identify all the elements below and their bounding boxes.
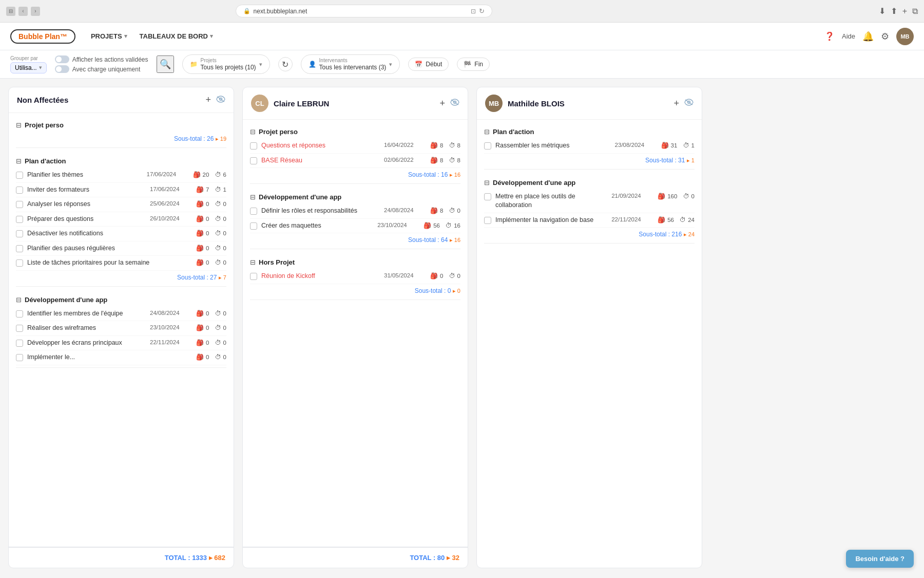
address-bar[interactable]: 🔒 next.bubbleplan.net ⊡ ↻ bbox=[236, 5, 492, 17]
task-checkbox[interactable] bbox=[250, 222, 257, 230]
task-checkbox[interactable] bbox=[484, 217, 491, 224]
task-name[interactable]: Liste de tâches prioritaires pour la sem… bbox=[27, 258, 192, 268]
task-checkbox[interactable] bbox=[250, 157, 257, 164]
column-add-claire-lebrun[interactable]: + bbox=[439, 98, 445, 109]
task-name[interactable]: Rassembler les métriques bbox=[495, 141, 611, 151]
section-toggle-icon-claire-lebrun-2: ⊟ bbox=[250, 258, 256, 266]
task-name[interactable]: Inviter des formateurs bbox=[27, 185, 146, 195]
task-checkbox[interactable] bbox=[16, 216, 23, 223]
notification-icon[interactable]: 🔔 bbox=[862, 31, 874, 42]
settings-icon[interactable]: ⚙ bbox=[881, 31, 889, 42]
task-checkbox[interactable] bbox=[16, 230, 23, 237]
nav-tableaux[interactable]: TABLEAUX DE BORD ▾ bbox=[134, 29, 218, 43]
section-header-non-affectees-1[interactable]: ⊟Plan d'action bbox=[16, 154, 226, 168]
task-checkbox[interactable] bbox=[16, 325, 23, 332]
download-button[interactable]: ⬇ bbox=[879, 6, 886, 16]
subtotal-text: Sous-total : 216 bbox=[639, 231, 682, 238]
intervenants-icon: 👤 bbox=[309, 61, 316, 68]
user-avatar[interactable]: MB bbox=[896, 28, 914, 45]
task-name[interactable]: Implémenter la navigation de base bbox=[495, 216, 607, 225]
section-header-claire-lebrun-1[interactable]: ⊟Développement d'une app bbox=[250, 190, 460, 204]
task-checkbox[interactable] bbox=[250, 142, 257, 150]
fin-filter[interactable]: 🏁 Fin bbox=[457, 58, 490, 71]
section-mathilde-blois-1: ⊟Développement d'une appMettre en place … bbox=[484, 176, 695, 244]
nav-projets[interactable]: PROJETS ▾ bbox=[86, 29, 132, 43]
task-name[interactable]: Définir les rôles et responsabilités bbox=[261, 207, 380, 216]
task-checkbox[interactable] bbox=[250, 273, 257, 280]
task-row: Liste de tâches prioritaires pour la sem… bbox=[16, 256, 226, 271]
task-checkbox[interactable] bbox=[16, 340, 23, 347]
task-checkbox[interactable] bbox=[16, 172, 23, 179]
nav-projets-chevron: ▾ bbox=[124, 33, 127, 40]
column-hide-claire-lebrun[interactable] bbox=[450, 99, 459, 108]
projects-filter[interactable]: 📁 Projets Tous les projets (10) ▾ bbox=[182, 54, 270, 74]
refresh-button[interactable]: ↻ bbox=[278, 57, 293, 71]
section-title-claire-lebrun-2: Hors Projet bbox=[259, 258, 460, 266]
task-name[interactable]: Planifier des pauses régulières bbox=[27, 244, 192, 253]
share-button[interactable]: ⬆ bbox=[891, 6, 897, 16]
task-name[interactable]: Questions et réponses bbox=[261, 141, 380, 151]
task-checkbox[interactable] bbox=[16, 354, 23, 361]
group-by-chevron: ▾ bbox=[39, 64, 42, 71]
task-checkbox[interactable] bbox=[16, 245, 23, 252]
task-name[interactable]: Analyser les réponses bbox=[27, 200, 146, 209]
column-hide-mathilde-blois[interactable] bbox=[684, 99, 694, 108]
clock-value: 16 bbox=[454, 222, 460, 229]
bag-value: 20 bbox=[203, 172, 209, 178]
task-name[interactable]: Mettre en place les outils de collaborat… bbox=[495, 192, 607, 210]
reload-icon[interactable]: ↻ bbox=[479, 7, 485, 15]
search-button[interactable]: 🔍 bbox=[157, 55, 174, 73]
section-header-mathilde-blois-0[interactable]: ⊟Plan d'action bbox=[484, 125, 695, 139]
windows-button[interactable]: ⧉ bbox=[912, 7, 918, 16]
bag-icon: 🎒 bbox=[658, 193, 665, 200]
column-add-non-affectees[interactable]: + bbox=[205, 95, 211, 105]
new-tab-button[interactable]: + bbox=[902, 7, 907, 16]
section-divider bbox=[16, 147, 226, 148]
section-header-claire-lebrun-2[interactable]: ⊟Hors Projet bbox=[250, 255, 460, 269]
help-button[interactable]: Besoin d'aide ? bbox=[846, 550, 914, 568]
task-checkbox[interactable] bbox=[16, 259, 23, 267]
task-name[interactable]: Créer des maquettes bbox=[261, 221, 373, 231]
toggle-charge-switch[interactable] bbox=[55, 65, 69, 73]
column-header-non-affectees: Non Affectées+ bbox=[9, 87, 234, 113]
section-header-mathilde-blois-1[interactable]: ⊟Développement d'une app bbox=[484, 176, 695, 190]
section-header-claire-lebrun-0[interactable]: ⊟Projet perso bbox=[250, 125, 460, 139]
bag-icon: 🎒 bbox=[196, 339, 204, 346]
task-name[interactable]: Développer les écrans principaux bbox=[27, 339, 146, 348]
sidebar-toggle[interactable]: ⊟ bbox=[6, 7, 15, 16]
section-header-non-affectees-0[interactable]: ⊟Projet perso bbox=[16, 118, 226, 132]
task-checkbox[interactable] bbox=[484, 142, 491, 150]
toggle-validated-switch[interactable] bbox=[55, 55, 69, 63]
debut-filter[interactable]: 📅 Début bbox=[408, 58, 449, 71]
help-label[interactable]: Aide bbox=[842, 32, 855, 40]
task-checkbox[interactable] bbox=[484, 193, 491, 200]
task-checkbox[interactable] bbox=[250, 208, 257, 215]
task-name[interactable]: Identifier les membres de l'équipe bbox=[27, 309, 146, 319]
task-name[interactable]: BASE Réseau bbox=[261, 156, 380, 165]
bag-value: 0 bbox=[440, 273, 443, 279]
intervenants-filter[interactable]: 👤 Intervenants Tous les intervenants (3)… bbox=[301, 54, 400, 74]
task-name[interactable]: Planifier les thèmes bbox=[27, 171, 143, 180]
task-name[interactable]: Préparer des questions bbox=[27, 215, 146, 224]
subtotal-arrow: ▸ 16 bbox=[450, 172, 460, 178]
column-avatar-claire-lebrun: CL bbox=[251, 95, 268, 112]
clock-value: 0 bbox=[457, 208, 460, 214]
back-button[interactable]: ‹ bbox=[18, 7, 28, 16]
app-logo[interactable]: Bubble Plan™ bbox=[10, 29, 75, 44]
group-by-dropdown[interactable]: Utilisa... ▾ bbox=[10, 62, 47, 73]
forward-button[interactable]: › bbox=[31, 7, 40, 16]
task-name[interactable]: Réunion de Kickoff bbox=[261, 272, 380, 281]
bag-icon: 🎒 bbox=[196, 186, 204, 193]
column-hide-non-affectees[interactable] bbox=[216, 96, 225, 105]
task-name[interactable]: Désactiver les notifications bbox=[27, 229, 192, 238]
column-add-mathilde-blois[interactable]: + bbox=[673, 98, 679, 109]
task-metrics: 🎒0 ⏱0 bbox=[196, 310, 226, 317]
task-checkbox[interactable] bbox=[16, 187, 23, 194]
task-checkbox[interactable] bbox=[16, 310, 23, 318]
task-date: 23/10/2024 bbox=[377, 222, 419, 228]
task-name[interactable]: Implémenter le... bbox=[27, 353, 192, 362]
section-header-non-affectees-2[interactable]: ⊟Développement d'une app bbox=[16, 293, 226, 307]
task-checkbox[interactable] bbox=[16, 201, 23, 208]
task-name[interactable]: Réaliser des wireframes bbox=[27, 324, 146, 333]
clock-icon: ⏱ bbox=[680, 216, 686, 223]
